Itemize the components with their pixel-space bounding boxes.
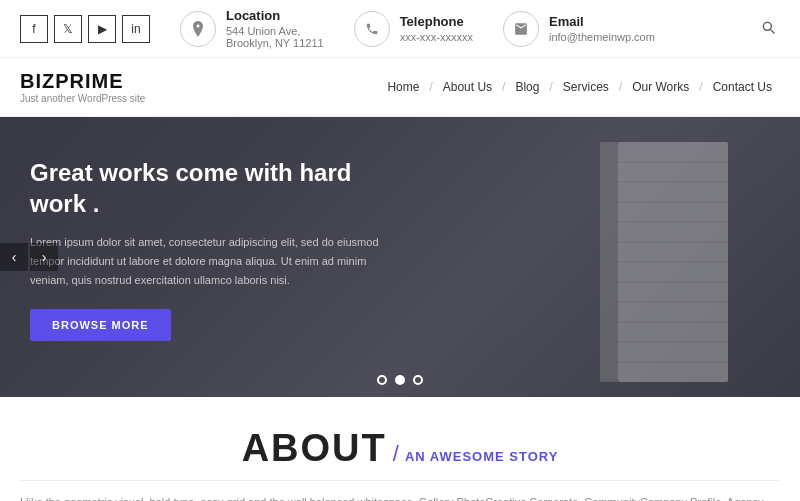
youtube-icon[interactable]: ▶ bbox=[88, 15, 116, 43]
location-label: Location bbox=[226, 8, 324, 23]
about-title-sub: AN AWESOME STORY bbox=[405, 449, 558, 464]
nav-sep-2: / bbox=[500, 80, 507, 94]
email-label: Email bbox=[549, 14, 655, 29]
brand-name: BIZPRIME bbox=[20, 70, 145, 93]
email-info: Email info@themeinwp.com bbox=[549, 14, 655, 43]
email-value: info@themeinwp.com bbox=[549, 31, 655, 43]
nav-sep-4: / bbox=[617, 80, 624, 94]
nav-sep-1: / bbox=[427, 80, 434, 94]
email-item: Email info@themeinwp.com bbox=[503, 11, 655, 47]
nav-home[interactable]: Home bbox=[379, 80, 427, 94]
about-title-separator: / bbox=[393, 441, 399, 467]
email-icon bbox=[503, 11, 539, 47]
nav-sep-3: / bbox=[547, 80, 554, 94]
about-divider bbox=[20, 480, 780, 481]
nav-bar: BIZPRIME Just another WordPress site Hom… bbox=[0, 58, 800, 117]
nav-about[interactable]: About Us bbox=[435, 80, 500, 94]
top-bar: f 𝕏 ▶ in Location 544 Union Ave, Brookly… bbox=[0, 0, 800, 58]
telephone-icon bbox=[354, 11, 390, 47]
slider-prev-button[interactable]: ‹ bbox=[0, 243, 28, 271]
location-info: Location 544 Union Ave, Brooklyn, NY 112… bbox=[226, 8, 324, 49]
social-icons: f 𝕏 ▶ in bbox=[20, 15, 150, 43]
nav-services[interactable]: Services bbox=[555, 80, 617, 94]
location-item: Location 544 Union Ave, Brooklyn, NY 112… bbox=[180, 8, 324, 49]
hero-section: Great works come with hard work . Lorem … bbox=[0, 117, 800, 397]
telephone-item: Telephone xxx-xxx-xxxxxx bbox=[354, 11, 473, 47]
about-section: ABOUT / AN AWESOME STORY I like the geom… bbox=[0, 397, 800, 501]
about-title-main: ABOUT bbox=[242, 427, 387, 470]
nav-blog[interactable]: Blog bbox=[507, 80, 547, 94]
contact-items: Location 544 Union Ave, Brooklyn, NY 112… bbox=[180, 8, 756, 49]
linkedin-icon[interactable]: in bbox=[122, 15, 150, 43]
browse-more-button[interactable]: BROWSE MORE bbox=[30, 309, 171, 341]
slider-next-button[interactable]: › bbox=[30, 243, 58, 271]
slider-dot-3[interactable] bbox=[413, 375, 423, 385]
slider-dots bbox=[377, 375, 423, 385]
location-line1: 544 Union Ave, bbox=[226, 25, 324, 37]
telephone-value: xxx-xxx-xxxxxx bbox=[400, 31, 473, 43]
hero-book-image bbox=[520, 132, 740, 392]
nav-sep-5: / bbox=[697, 80, 704, 94]
slider-dot-2[interactable] bbox=[395, 375, 405, 385]
telephone-info: Telephone xxx-xxx-xxxxxx bbox=[400, 14, 473, 43]
telephone-label: Telephone bbox=[400, 14, 473, 29]
facebook-icon[interactable]: f bbox=[20, 15, 48, 43]
nav-our-works[interactable]: Our Works bbox=[624, 80, 697, 94]
brand-tagline: Just another WordPress site bbox=[20, 93, 145, 104]
hero-title: Great works come with hard work . bbox=[30, 157, 390, 219]
nav-contact[interactable]: Contact Us bbox=[705, 80, 780, 94]
twitter-icon[interactable]: 𝕏 bbox=[54, 15, 82, 43]
about-text: I like the geometric visual, bold typo, … bbox=[20, 493, 780, 501]
hero-content: Great works come with hard work . Lorem … bbox=[0, 117, 420, 381]
brand: BIZPRIME Just another WordPress site bbox=[20, 70, 145, 104]
nav-links: Home / About Us / Blog / Services / Our … bbox=[379, 80, 780, 94]
about-title: ABOUT / AN AWESOME STORY bbox=[20, 427, 780, 470]
hero-text: Lorem ipsum dolor sit amet, consectetur … bbox=[30, 233, 390, 289]
location-icon bbox=[180, 11, 216, 47]
svg-rect-0 bbox=[600, 142, 618, 382]
search-icon[interactable] bbox=[756, 15, 780, 43]
location-line2: Brooklyn, NY 11211 bbox=[226, 37, 324, 49]
slider-dot-1[interactable] bbox=[377, 375, 387, 385]
